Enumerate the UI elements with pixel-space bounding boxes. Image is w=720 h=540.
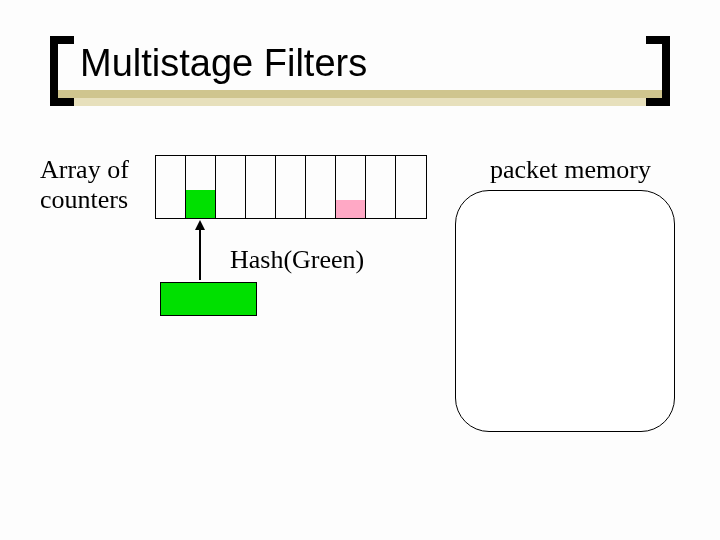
packet-memory-label: packet memory bbox=[490, 155, 690, 185]
counter-cell bbox=[216, 156, 246, 218]
counter-fill-pink bbox=[336, 200, 365, 218]
hash-arrow-icon bbox=[199, 222, 201, 280]
slide-title: Multistage Filters bbox=[80, 42, 367, 85]
green-packet-box bbox=[160, 282, 257, 316]
hash-green-label: Hash(Green) bbox=[230, 245, 364, 275]
counter-cell bbox=[186, 156, 216, 218]
bracket-right-icon bbox=[646, 36, 670, 106]
array-of-counters-label: Array of counters bbox=[40, 155, 150, 215]
counter-cell bbox=[306, 156, 336, 218]
counter-cell bbox=[156, 156, 186, 218]
title-underline-light bbox=[50, 98, 670, 106]
counters-array bbox=[155, 155, 427, 219]
packet-memory-box bbox=[455, 190, 675, 432]
bracket-left-icon bbox=[50, 36, 74, 106]
counter-cell bbox=[246, 156, 276, 218]
counter-fill-green bbox=[186, 190, 215, 218]
title-bar: Multistage Filters bbox=[50, 36, 670, 108]
counter-cell bbox=[366, 156, 396, 218]
counter-cell bbox=[396, 156, 426, 218]
title-underline-dark bbox=[50, 90, 670, 98]
counter-cell bbox=[336, 156, 366, 218]
counter-cell bbox=[276, 156, 306, 218]
